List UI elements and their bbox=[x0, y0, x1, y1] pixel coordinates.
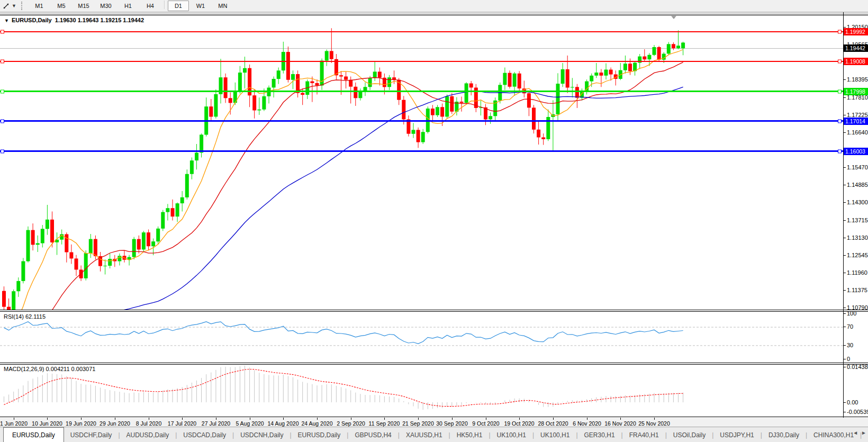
price-tick-label: 1.18395 bbox=[847, 76, 868, 83]
timeframe-button-h4[interactable]: H4 bbox=[140, 1, 161, 11]
chart-tab-xauusd-h1[interactable]: XAUUSD,H1 bbox=[400, 427, 449, 442]
price-tick bbox=[844, 238, 846, 238]
price-tick bbox=[844, 220, 846, 221]
macd-tick bbox=[844, 412, 846, 412]
chart-tab-usdchf-daily[interactable]: USDCHF,Daily bbox=[64, 427, 119, 442]
macd-label: MACD(12,26,9) 0.004211 0.003071 bbox=[4, 366, 95, 372]
rsi-tick-label: 30 bbox=[847, 342, 868, 348]
price-level-chip: 1.19992 bbox=[844, 28, 868, 35]
price-tick-label: 1.11375 bbox=[847, 287, 868, 293]
line-handle[interactable] bbox=[838, 60, 842, 64]
horizontal-line-1.17998[interactable] bbox=[0, 91, 843, 92]
pane-separator[interactable] bbox=[0, 310, 868, 310]
line-handle[interactable] bbox=[1, 90, 4, 94]
pane-separator[interactable] bbox=[0, 363, 868, 363]
tab-scroll-left-icon[interactable]: ◄ bbox=[853, 430, 858, 436]
timeframe-button-m30[interactable]: M30 bbox=[95, 1, 116, 11]
timeframe-button-m5[interactable]: M5 bbox=[51, 1, 72, 11]
chart-tab-usdcad-daily[interactable]: USDCAD,Daily bbox=[177, 427, 232, 442]
chart-tab-uk100-h1[interactable]: UK100,H1 bbox=[491, 427, 532, 442]
horizontal-line-1.17014[interactable] bbox=[0, 120, 843, 122]
date-label: 2 Sep 2020 bbox=[337, 420, 365, 427]
line-handle[interactable] bbox=[838, 150, 842, 154]
line-handle[interactable] bbox=[1, 30, 4, 34]
date-label: 21 Sep 2020 bbox=[402, 420, 434, 427]
cursor-crosshair-icon[interactable] bbox=[1, 1, 12, 11]
price-tick-label: 1.13715 bbox=[847, 217, 868, 223]
horizontal-line-1.16003[interactable] bbox=[0, 150, 843, 152]
chart-tab-dj30-daily[interactable]: DJ30,Daily bbox=[762, 427, 806, 442]
date-label: 30 Sep 2020 bbox=[436, 420, 468, 427]
chart-tab-fra40-h1[interactable]: FRA40,H1 bbox=[623, 427, 665, 442]
rsi-tick bbox=[844, 327, 846, 327]
timeframe-toolbar: ▼ M1M5M15M30H1H4D1W1MN bbox=[0, 0, 868, 12]
toolbar-separator bbox=[164, 1, 165, 9]
macd-tick-label: 0.00 bbox=[847, 399, 868, 405]
caret-down-icon[interactable]: ▼ bbox=[12, 3, 16, 8]
date-tick bbox=[384, 418, 385, 420]
chart-tab-china300-h1[interactable]: CHINA300,H1 bbox=[807, 427, 860, 442]
chart-tab-audusd-daily[interactable]: AUDUSD,Daily bbox=[120, 427, 176, 442]
date-label: 10 Jun 2020 bbox=[32, 420, 62, 427]
price-tick-label: 1.11960 bbox=[847, 269, 868, 276]
line-handle[interactable] bbox=[1, 150, 4, 154]
date-label: 5 Aug 2020 bbox=[236, 420, 264, 427]
date-tick bbox=[418, 418, 419, 420]
rsi-tick-label: 100 bbox=[847, 310, 868, 317]
line-handle[interactable] bbox=[838, 90, 842, 94]
timeframe-button-mn[interactable]: MN bbox=[212, 1, 233, 11]
toolbar-grip[interactable] bbox=[21, 2, 25, 10]
chart-tab-usoil-daily[interactable]: USOil,Daily bbox=[667, 427, 712, 442]
chart-tab-ger30-h1[interactable]: GER30,H1 bbox=[578, 427, 621, 442]
price-axis[interactable] bbox=[843, 12, 844, 427]
date-tick bbox=[587, 418, 587, 420]
timeframe-button-m1[interactable]: M1 bbox=[29, 1, 50, 11]
date-label: 6 Nov 2020 bbox=[573, 420, 601, 427]
price-level-chip: 1.17014 bbox=[844, 118, 868, 125]
price-tick bbox=[844, 185, 846, 185]
line-handle[interactable] bbox=[1, 120, 4, 123]
date-label: 27 Jul 2020 bbox=[202, 420, 230, 427]
tab-scroll-right-icon[interactable]: ► bbox=[861, 430, 866, 436]
date-tick bbox=[216, 418, 216, 420]
price-tick-label: 1.13130 bbox=[847, 234, 868, 241]
date-label: 11 Sep 2020 bbox=[369, 420, 400, 427]
line-handle[interactable] bbox=[1, 60, 4, 64]
date-tick bbox=[47, 418, 48, 420]
date-label: 1 Jun 2020 bbox=[0, 420, 28, 427]
date-label: 14 Aug 2020 bbox=[268, 420, 299, 427]
line-handle[interactable] bbox=[838, 120, 842, 123]
chart-bottom-border bbox=[0, 417, 868, 417]
chart-tab-hk50-h1[interactable]: HK50,H1 bbox=[450, 427, 489, 442]
pane-separator[interactable] bbox=[0, 311, 868, 312]
line-handle[interactable] bbox=[838, 30, 842, 34]
horizontal-line-1.19992[interactable] bbox=[0, 31, 843, 32]
rsi-pane[interactable] bbox=[0, 312, 843, 363]
chart-tab-eurusd-daily[interactable]: EURUSD,Daily bbox=[3, 427, 64, 442]
timeframe-button-m15[interactable]: M15 bbox=[73, 1, 94, 11]
rsi-tick bbox=[844, 313, 846, 314]
timeframe-button-w1[interactable]: W1 bbox=[190, 1, 211, 11]
main-chart-pane[interactable] bbox=[0, 15, 843, 310]
chart-tab-uk100-h1[interactable]: UK100,H1 bbox=[534, 427, 576, 442]
macd-tick-label: -0.005396 bbox=[847, 409, 868, 415]
rsi-tick-label: 0 bbox=[847, 356, 868, 362]
date-label: 24 Aug 2020 bbox=[302, 420, 333, 427]
rsi-label: RSI(14) 62.1115 bbox=[4, 313, 46, 320]
date-tick bbox=[250, 418, 250, 420]
timeframe-button-d1[interactable]: D1 bbox=[168, 1, 189, 11]
date-tick bbox=[486, 418, 486, 420]
date-label: 17 Jul 2020 bbox=[168, 420, 196, 427]
date-tick bbox=[351, 418, 351, 420]
timeframe-button-h1[interactable]: H1 bbox=[117, 1, 139, 11]
price-level-chip: 1.16003 bbox=[844, 148, 868, 155]
price-tick bbox=[844, 97, 846, 98]
price-tick bbox=[844, 27, 846, 28]
macd-pane[interactable] bbox=[0, 365, 843, 417]
horizontal-line-1.19008[interactable] bbox=[0, 61, 843, 62]
chart-tab-usdjpy-h1[interactable]: USDJPY,H1 bbox=[713, 427, 760, 442]
chart-tab-eurusd-daily[interactable]: EURUSD,Daily bbox=[292, 427, 347, 442]
price-level-chip: 1.19008 bbox=[844, 58, 868, 65]
chart-tab-usdcnh-daily[interactable]: USDCNH,Daily bbox=[234, 427, 290, 442]
chart-tab-gbpusd-h4[interactable]: GBPUSD,H4 bbox=[348, 427, 397, 442]
